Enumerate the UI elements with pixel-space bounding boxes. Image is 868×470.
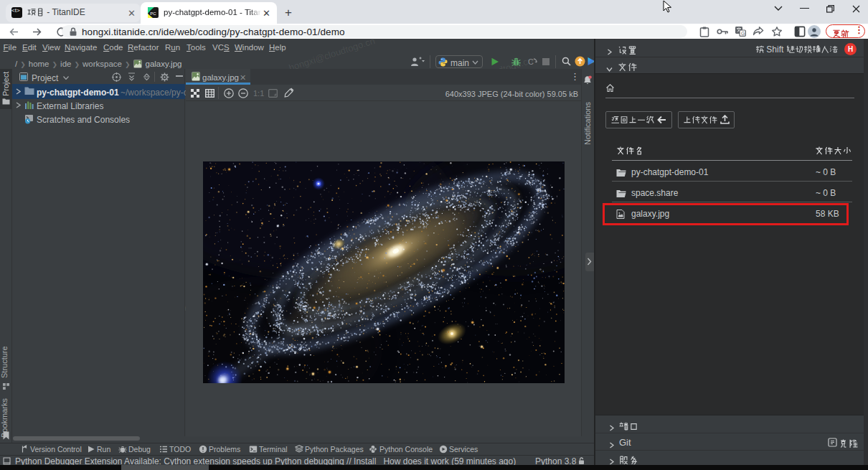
svg-text:G: G [741,31,745,36]
svg-text:C: C [528,57,534,66]
svg-text:PC: PC [150,11,156,16]
